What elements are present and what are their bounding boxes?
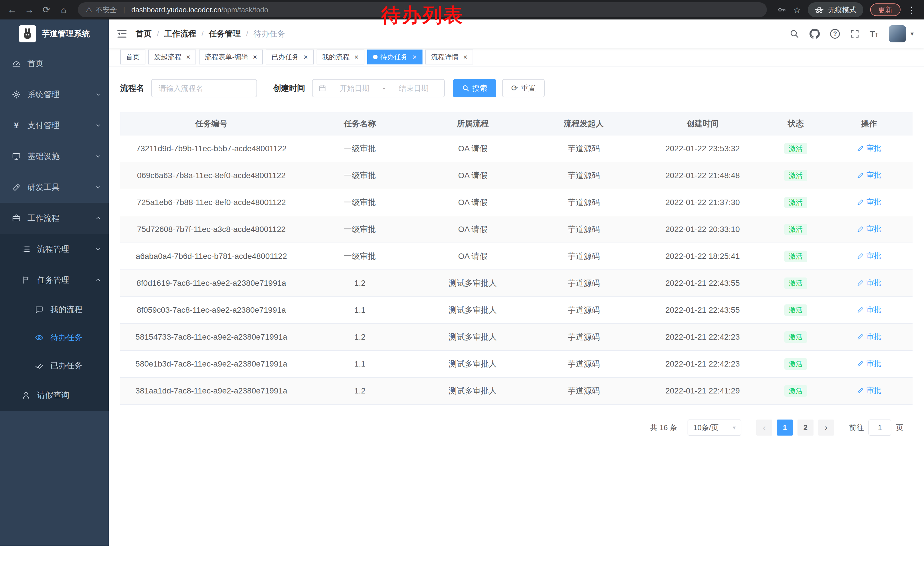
breadcrumb-item[interactable]: 工作流程 [164, 29, 196, 39]
approve-label: 审批 [867, 278, 881, 288]
tab-label: 流程表单-编辑 [205, 53, 248, 62]
tab-item[interactable]: 待办任务× [367, 50, 423, 65]
tab-label: 首页 [126, 53, 140, 62]
sidebar-item-infrastructure[interactable]: 基础设施 [0, 141, 109, 172]
tab-close-icon[interactable]: × [463, 53, 468, 61]
task-name-cell: 1.1 [303, 350, 417, 377]
end-date-input[interactable]: 结束日期 [389, 83, 438, 93]
chat-icon [34, 305, 44, 314]
chevron-down-icon [95, 153, 101, 159]
password-key-icon[interactable] [777, 5, 786, 14]
approve-label: 审批 [867, 197, 881, 207]
back-button[interactable]: ← [4, 2, 20, 17]
approve-link[interactable]: 审批 [857, 386, 881, 395]
action-cell: 审批 [825, 297, 912, 324]
github-icon[interactable] [810, 29, 820, 39]
breadcrumb-item[interactable]: 任务管理 [209, 29, 241, 39]
reload-button[interactable]: ⟳ [39, 2, 54, 17]
tab-close-icon[interactable]: × [253, 53, 257, 61]
task-id-cell: 580e1b3d-7ac8-11ec-a9e2-a2380e71991a [120, 350, 303, 377]
task-id-cell: 8f059c03-7ac8-11ec-a9e2-a2380e71991a [120, 297, 303, 324]
breadcrumb-item[interactable]: 首页 [136, 29, 152, 39]
approve-link[interactable]: 审批 [857, 332, 881, 342]
sidebar-item-my-process[interactable]: 我的流程 [0, 296, 109, 324]
user-icon [21, 390, 31, 400]
security-label: 不安全 [96, 5, 117, 15]
status-badge: 激活 [784, 331, 807, 343]
font-size-icon[interactable]: TT [870, 29, 879, 39]
approve-link[interactable]: 审批 [857, 143, 881, 153]
initiator-cell: 芋道源码 [528, 324, 639, 350]
fullscreen-icon[interactable] [850, 29, 859, 38]
tags-view: 首页发起流程×流程表单-编辑×已办任务×我的流程×待办任务×流程详情× [109, 48, 924, 66]
tab-item[interactable]: 已办任务× [266, 50, 314, 65]
tab-close-icon[interactable]: × [303, 53, 308, 61]
edit-icon [857, 279, 864, 287]
sidebar-item-done-task[interactable]: 已办任务 [0, 352, 109, 380]
tab-item[interactable]: 首页 [120, 50, 146, 65]
update-button[interactable]: 更新 [870, 3, 900, 16]
approve-link[interactable]: 审批 [857, 359, 881, 369]
sidebar-item-leave-query[interactable]: 请假查询 [0, 380, 109, 411]
created-time-cell: 2022-01-22 21:37:30 [639, 189, 766, 216]
chevron-down-icon [95, 92, 101, 98]
user-avatar[interactable] [889, 25, 906, 42]
status-cell: 激活 [766, 270, 825, 297]
date-range-picker[interactable]: 开始日期 - 结束日期 [312, 79, 445, 98]
sidebar-item-workflow[interactable]: 工作流程 [0, 203, 109, 234]
approve-link[interactable]: 审批 [857, 170, 881, 180]
tab-close-icon[interactable]: × [354, 53, 358, 61]
approve-link[interactable]: 审批 [857, 251, 881, 261]
action-cell: 审批 [825, 243, 912, 270]
start-date-input[interactable]: 开始日期 [330, 83, 380, 93]
browser-menu-button[interactable]: ⋮ [908, 5, 916, 15]
app-logo[interactable]: 芋道管理系统 [0, 20, 109, 48]
tab-item[interactable]: 流程表单-编辑× [199, 50, 263, 65]
tab-item[interactable]: 我的流程× [316, 50, 364, 65]
sidebar-item-process-management[interactable]: 流程管理 [0, 234, 109, 264]
process-name-input[interactable] [151, 79, 257, 98]
help-icon[interactable]: ? [830, 29, 840, 39]
home-button[interactable]: ⌂ [56, 2, 71, 17]
forward-button[interactable]: → [22, 2, 37, 17]
page-size-select[interactable]: 10条/页 ▾ [687, 419, 741, 435]
sidebar-item-home[interactable]: 首页 [0, 48, 109, 79]
search-button[interactable]: 搜索 [453, 79, 496, 98]
page-number-button[interactable]: 1 [777, 419, 793, 435]
tab-close-icon[interactable]: × [412, 53, 417, 61]
page-number-button[interactable]: 2 [798, 419, 813, 435]
sidebar-item-system[interactable]: 系统管理 [0, 79, 109, 110]
sidebar-item-payment[interactable]: ¥支付管理 [0, 110, 109, 141]
reset-button[interactable]: ⟳ 重置 [502, 79, 545, 98]
bookmark-star-icon[interactable]: ☆ [793, 5, 801, 15]
chrome-right-controls: ☆ 无痕模式 更新 ⋮ [774, 2, 920, 17]
column-header: 任务名称 [303, 112, 417, 135]
search-icon[interactable] [789, 29, 799, 39]
tab-item[interactable]: 流程详情× [425, 50, 473, 65]
sidebar-toggle[interactable] [117, 30, 127, 38]
table-row: 580e1b3d-7ac8-11ec-a9e2-a2380e71991a1.1测… [120, 350, 912, 377]
approve-label: 审批 [867, 359, 881, 369]
sidebar-item-todo-task[interactable]: 待办任务 [0, 324, 109, 352]
approve-link[interactable]: 审批 [857, 278, 881, 288]
tab-close-icon[interactable]: × [186, 53, 190, 61]
process-cell: 测试多审批人 [417, 377, 528, 404]
tab-item[interactable]: 发起流程× [148, 50, 196, 65]
goto-page-input[interactable] [868, 419, 891, 435]
approve-link[interactable]: 审批 [857, 224, 881, 234]
edit-icon [857, 360, 864, 368]
sidebar-item-task-management[interactable]: 任务管理 [0, 264, 109, 296]
approve-link[interactable]: 审批 [857, 305, 881, 315]
approve-link[interactable]: 审批 [857, 197, 881, 207]
edit-icon [857, 333, 864, 341]
url-bar[interactable]: ⚠ 不安全 | dashboard.yudao.iocoder.cn/bpm/t… [78, 2, 767, 17]
initiator-cell: 芋道源码 [528, 162, 639, 189]
prev-page-button[interactable]: ‹ [756, 419, 772, 435]
task-name-cell: 一级审批 [303, 189, 417, 216]
initiator-cell: 芋道源码 [528, 216, 639, 243]
table-body: 73211d9d-7b9b-11ec-b5b7-acde48001122一级审批… [120, 135, 912, 404]
sidebar-item-devtools[interactable]: 研发工具 [0, 172, 109, 203]
next-page-button[interactable]: › [818, 419, 834, 435]
task-id-cell: 069c6a63-7b8a-11ec-8ef0-acde48001122 [120, 162, 303, 189]
avatar-caret-down-icon[interactable]: ▾ [910, 30, 914, 38]
